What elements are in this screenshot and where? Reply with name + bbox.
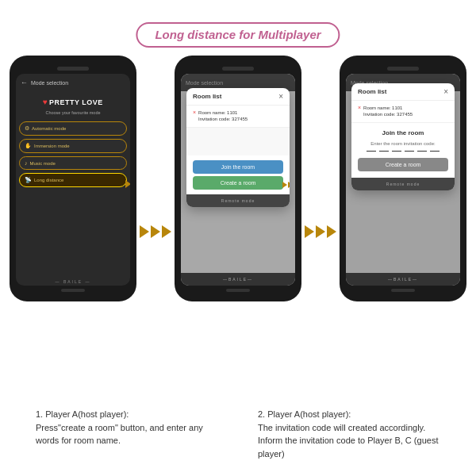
input-label-3: Enter the room invitation code: xyxy=(351,140,455,148)
music-icon: ♪ xyxy=(25,160,28,166)
room-name-2: Room name: 1101 xyxy=(198,109,248,116)
phone-1-home xyxy=(61,289,85,292)
room-x-icon-2: × xyxy=(193,109,196,115)
logo-heart-icon: ♥ xyxy=(43,98,48,106)
descriptions-row: 1. Player A(host player): Press"create a… xyxy=(0,408,476,460)
nav-label-3: Remote mode xyxy=(386,182,420,186)
phone-1-subtitle: Choose your favourite mode xyxy=(16,110,130,115)
modal-room-item-3: × Room name: 1101 Invitation code: 32745… xyxy=(351,101,455,123)
mode-btn-music[interactable]: ♪ Music mode xyxy=(19,156,127,170)
arrow-1c xyxy=(162,225,171,238)
back-arrow: ← xyxy=(21,79,28,86)
dash-1 xyxy=(367,151,376,152)
dash-5 xyxy=(417,151,427,152)
tap-arrow-2a xyxy=(282,182,287,188)
arrow-2c xyxy=(327,225,336,238)
room-info-3: Room name: 1101 Invitation code: 327455 xyxy=(363,105,413,118)
room-name-3: Room name: 1101 xyxy=(363,105,413,111)
modal-overlay-2: Room list × × Room name: 1101 Invitation… xyxy=(181,74,295,286)
mode-btn-immersion-label: Immersion mode xyxy=(34,144,70,148)
dash-6 xyxy=(430,151,440,152)
mode-btn-automatic[interactable]: ⚙ Automatic mode xyxy=(19,121,127,136)
phone-1: ← Mode selection ♥ PRETTY LOVE Choose yo… xyxy=(10,56,136,301)
phone-2-notch xyxy=(222,67,254,71)
arrow-2a xyxy=(305,225,314,238)
arrow-2b xyxy=(316,225,325,238)
title-banner: Long distance for Multiplayer xyxy=(136,22,340,48)
tap-indicator-1 xyxy=(125,180,130,188)
arrows-2 xyxy=(305,225,336,238)
phone-3: Mode selection Room list × × Room name: … xyxy=(340,56,466,301)
phone-1-topbar-label: Mode selection xyxy=(31,80,68,86)
create-room-button-2[interactable]: Create a room xyxy=(193,176,283,190)
phone-2-nav: Remote mode xyxy=(186,194,290,207)
modal-room-item-2: × Room name: 1101 Invitation code: 32745… xyxy=(186,106,290,128)
automatic-icon: ⚙ xyxy=(25,125,29,132)
tap-indicator-2 xyxy=(282,182,290,188)
dash-2 xyxy=(379,151,389,152)
phones-row: ← Mode selection ♥ PRETTY LOVE Choose yo… xyxy=(0,56,476,301)
arrow-1a xyxy=(140,225,149,238)
modal-close-3[interactable]: × xyxy=(443,87,448,96)
join-room-title-3: Join the room xyxy=(351,123,455,140)
modal-box-2: Room list × × Room name: 1101 Invitation… xyxy=(186,88,290,207)
desc-2-body: The invitation code will created accordi… xyxy=(258,423,438,459)
tap-arrow-1 xyxy=(125,180,130,188)
modal-close-2[interactable]: × xyxy=(278,92,283,101)
phone-3-screen: Mode selection Room list × × Room name: … xyxy=(346,74,460,286)
room-info-2: Room name: 1101 Invitation code: 327455 xyxy=(198,109,248,123)
modal-box-3: Room list × × Room name: 1101 Invitation… xyxy=(351,83,455,190)
phone-1-topbar: ← Mode selection xyxy=(16,74,130,91)
desc-1-body: Press"create a room" button, and enter a… xyxy=(36,423,203,446)
phone-3-home xyxy=(391,289,415,292)
modal-title-2: Room list xyxy=(193,93,221,100)
desc-1-heading: 1. Player A(host player): xyxy=(36,409,129,419)
desc-2-heading: 2. Player A(host player): xyxy=(258,409,351,419)
mode-btn-longdistance[interactable]: 📡 Long distance xyxy=(19,173,127,187)
modal-blank-2 xyxy=(186,128,290,155)
modal-header-3: Room list × xyxy=(351,83,455,101)
phone-1-logo: ♥ PRETTY LOVE xyxy=(16,91,130,108)
longdistance-icon: 📡 xyxy=(25,177,32,183)
phone-1-brand-bottom: — BAILE — xyxy=(16,279,130,286)
code-input-dashes[interactable] xyxy=(351,148,455,158)
desc-block-2: 2. Player A(host player): The invitation… xyxy=(258,408,440,460)
mode-btn-automatic-label: Automatic mode xyxy=(32,126,66,131)
arrow-1b xyxy=(151,225,160,238)
arrow-triple-2 xyxy=(305,225,336,238)
tap-arrow-2b xyxy=(288,182,290,188)
phone-2-bottom-bar: — BAILE — xyxy=(181,273,295,286)
phone-1-notch xyxy=(57,67,89,71)
create-room-button-3[interactable]: Create a room xyxy=(358,158,448,171)
dash-4 xyxy=(405,151,414,152)
invitation-code-3: Invitation code: 327455 xyxy=(363,111,413,117)
mode-btn-music-label: Music mode xyxy=(30,161,56,166)
phone-3-nav: Remote mode xyxy=(351,178,455,190)
phone-3-notch xyxy=(387,67,419,71)
arrow-triple-1 xyxy=(140,225,171,238)
room-x-icon-3: × xyxy=(358,105,361,110)
mode-btn-longdistance-label: Long distance xyxy=(34,178,63,182)
nav-label-2: Remote mode xyxy=(221,198,255,203)
phone-2-home xyxy=(226,289,250,292)
phone-3-bottom-bar: — BAILE — xyxy=(346,273,460,286)
logo-brand: PRETTY LOVE xyxy=(49,98,103,106)
join-room-button-2[interactable]: Join the room xyxy=(193,160,283,174)
modal-overlay-3: Room list × × Room name: 1101 Invitation… xyxy=(346,74,460,286)
modal-title-3: Room list xyxy=(358,88,386,95)
immersion-icon: ✋ xyxy=(25,143,32,149)
invitation-code-2: Invitation code: 327455 xyxy=(198,116,248,122)
dash-3 xyxy=(392,151,401,152)
mode-btn-immersion[interactable]: ✋ Immersion mode xyxy=(19,139,127,153)
phone-2: Mode selection Room list × × Room name: … xyxy=(175,56,301,301)
phone-1-screen: ← Mode selection ♥ PRETTY LOVE Choose yo… xyxy=(16,74,130,286)
phone-2-screen: Mode selection Room list × × Room name: … xyxy=(181,74,295,286)
modal-header-2: Room list × xyxy=(186,88,290,106)
page-title: Long distance for Multiplayer xyxy=(155,28,321,41)
arrows-1 xyxy=(140,225,171,238)
desc-block-1: 1. Player A(host player): Press"create a… xyxy=(36,408,218,460)
